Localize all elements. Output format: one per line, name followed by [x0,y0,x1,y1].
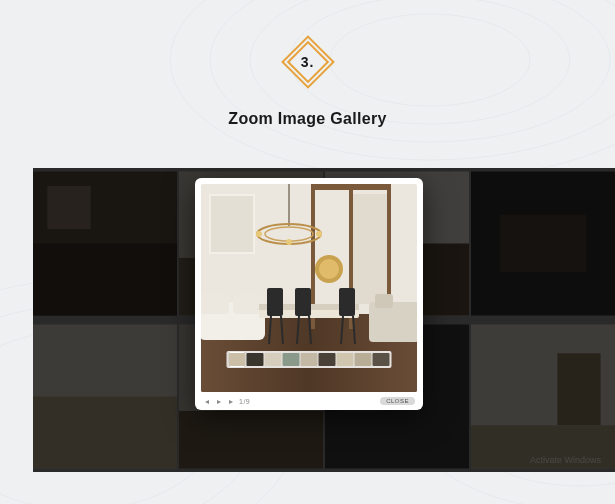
svg-rect-28 [557,353,600,425]
svg-rect-50 [233,294,263,314]
thumbnail[interactable] [301,353,318,366]
svg-rect-20 [500,215,586,273]
next-icon[interactable]: ▸ [227,397,235,405]
close-button[interactable]: CLOSE [380,397,415,405]
svg-point-45 [286,239,292,245]
svg-rect-62 [369,302,417,342]
svg-rect-55 [339,288,355,316]
prev-icon[interactable]: ◂ [203,397,211,405]
svg-rect-24 [179,411,323,469]
thumbnail[interactable] [373,353,390,366]
lightbox: ◂ ▸ ▸ 1/9 CLOSE [195,178,423,410]
svg-rect-37 [353,194,387,304]
watermark-title: Activate Windows [530,455,601,466]
section-header: 3. Zoom Image Gallery [0,0,615,128]
thumbnail[interactable] [319,353,336,366]
thumbnail[interactable] [229,353,246,366]
step-number: 3. [282,36,334,88]
svg-rect-53 [267,288,283,316]
step-badge: 3. [282,36,334,88]
svg-rect-54 [295,288,311,316]
svg-point-44 [316,231,322,237]
thumbnail[interactable] [337,353,354,366]
svg-rect-49 [201,294,229,314]
svg-rect-11 [33,244,177,316]
image-counter: 1/9 [239,398,250,405]
os-watermark: Activate Windows [530,455,601,466]
gallery-cell[interactable] [33,168,177,319]
svg-rect-12 [47,186,90,229]
svg-rect-39 [211,196,253,252]
thumbnail[interactable] [355,353,372,366]
gallery-cell[interactable] [471,168,615,319]
gallery-cell[interactable] [33,321,177,472]
thumbnail[interactable] [283,353,300,366]
svg-rect-36 [311,184,391,190]
lightbox-controls: ◂ ▸ ▸ 1/9 CLOSE [201,396,417,407]
thumbnail[interactable] [265,353,282,366]
svg-point-43 [256,231,262,237]
section-title: Zoom Image Gallery [0,110,615,128]
thumbnail-strip [227,351,392,368]
thumbnail[interactable] [247,353,264,366]
gallery-stage: ◂ ▸ ▸ 1/9 CLOSE Activate Windows [33,168,615,472]
svg-rect-63 [375,294,393,308]
svg-point-47 [319,259,339,279]
play-icon[interactable]: ▸ [215,397,223,405]
svg-rect-22 [33,397,177,469]
gallery-cell[interactable] [471,321,615,472]
lightbox-image[interactable] [201,184,417,392]
